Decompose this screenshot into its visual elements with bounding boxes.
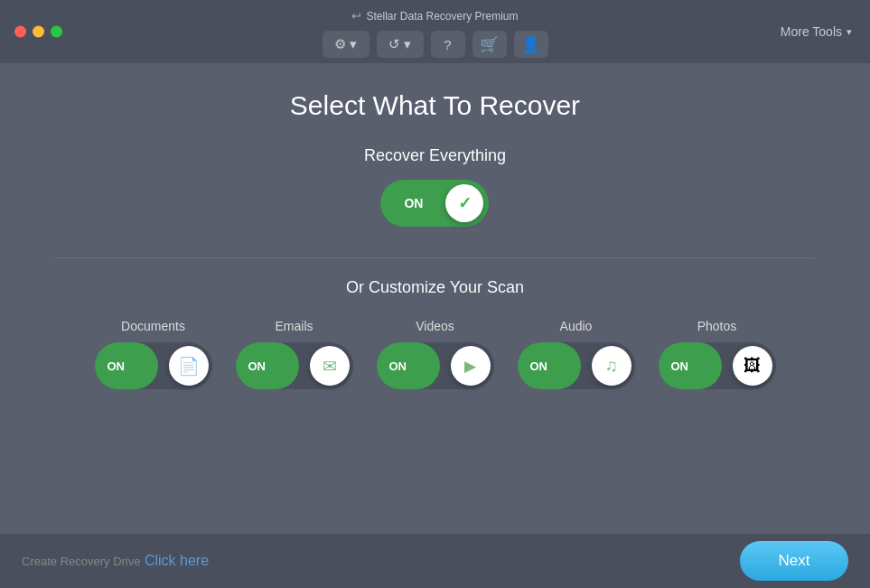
settings-button[interactable]: ⚙ ▾ <box>323 31 370 58</box>
photos-label: Photos <box>697 319 737 333</box>
maximize-button[interactable] <box>51 26 62 38</box>
recovery-drive-section: Create Recovery Drive Click here <box>22 553 209 569</box>
minimize-button[interactable] <box>33 26 44 38</box>
chevron-down-icon: ▾ <box>847 26 852 38</box>
audio-icon <box>604 356 617 376</box>
videos-toggle[interactable]: ON <box>377 342 494 389</box>
videos-label: Videos <box>416 319 454 333</box>
videos-toggle-on-label: ON <box>389 359 407 373</box>
category-videos: Videos ON <box>377 319 494 389</box>
app-title: ↩ Stellar Data Recovery Premium <box>351 9 518 23</box>
documents-icon <box>178 356 200 377</box>
documents-toggle-knob <box>169 346 209 386</box>
videos-toggle-track <box>377 342 440 389</box>
category-photos: Photos ON <box>659 319 776 389</box>
emails-icon <box>323 356 337 377</box>
help-button[interactable]: ? <box>431 31 465 58</box>
audio-toggle-on-label: ON <box>530 359 548 373</box>
toolbar: ⚙ ▾ ↺ ▾ ? 🛒 👤 <box>323 31 548 58</box>
user-button[interactable]: 👤 <box>514 31 548 58</box>
category-row: Documents ON Emails ON Videos <box>95 319 776 389</box>
app-title-text: Stellar Data Recovery Premium <box>366 10 518 23</box>
category-documents: Documents ON <box>95 319 212 389</box>
category-audio: Audio ON <box>518 319 635 389</box>
traffic-lights <box>14 26 62 38</box>
documents-toggle-track <box>95 342 158 389</box>
close-button[interactable] <box>14 26 26 38</box>
emails-toggle-knob <box>310 346 350 386</box>
photos-toggle-knob <box>733 346 772 386</box>
emails-toggle[interactable]: ON <box>236 342 353 389</box>
photos-icon <box>744 356 761 376</box>
more-tools-button[interactable]: More Tools ▾ <box>781 24 852 39</box>
documents-toggle-on-label: ON <box>108 359 126 373</box>
title-bar: ↩ Stellar Data Recovery Premium ⚙ ▾ ↺ ▾ … <box>0 0 870 63</box>
videos-icon <box>464 357 476 376</box>
more-tools-label: More Tools <box>781 24 842 39</box>
documents-label: Documents <box>121 319 185 333</box>
main-content: Select What To Recover Recover Everythin… <box>0 63 870 407</box>
check-icon: ✓ <box>458 193 472 213</box>
audio-label: Audio <box>560 319 593 333</box>
photos-toggle-track <box>659 342 722 389</box>
recover-everything-section: Recover Everything ON ✓ <box>364 146 506 248</box>
audio-toggle[interactable]: ON <box>518 342 635 389</box>
emails-label: Emails <box>275 319 313 333</box>
recovery-drive-text: Create Recovery Drive <box>22 555 141 568</box>
cart-button[interactable]: 🛒 <box>472 31 507 58</box>
customize-label: Or Customize Your Scan <box>346 278 524 297</box>
toggle-on-label: ON <box>404 196 423 210</box>
history-button[interactable]: ↺ ▾ <box>377 31 424 58</box>
audio-toggle-track <box>518 342 581 389</box>
section-divider <box>54 257 816 258</box>
recover-everything-toggle[interactable]: ON ✓ <box>380 180 489 227</box>
bottom-bar: Create Recovery Drive Click here Next <box>0 534 870 588</box>
emails-toggle-on-label: ON <box>248 359 267 373</box>
next-button[interactable]: Next <box>740 541 848 581</box>
category-emails: Emails ON <box>236 319 353 389</box>
page-title: Select What To Recover <box>290 90 580 121</box>
back-arrow-icon: ↩ <box>351 9 361 23</box>
photos-toggle-on-label: ON <box>671 359 689 373</box>
recover-everything-label: Recover Everything <box>364 146 506 165</box>
documents-toggle[interactable]: ON <box>95 342 212 389</box>
audio-toggle-knob <box>592 346 631 386</box>
photos-toggle[interactable]: ON <box>659 342 776 389</box>
emails-toggle-track <box>236 342 299 389</box>
click-here-link[interactable]: Click here <box>145 553 209 568</box>
videos-toggle-knob <box>451 346 491 386</box>
